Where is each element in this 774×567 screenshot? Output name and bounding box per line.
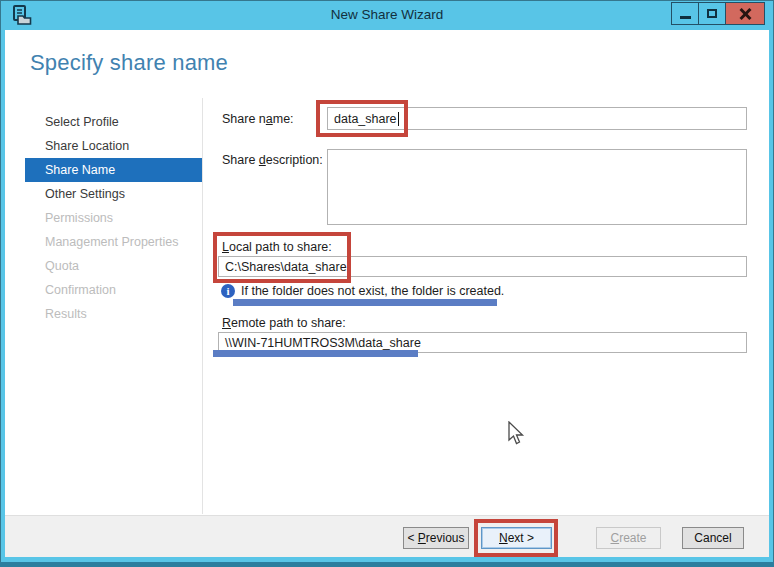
sidebar-item-share-location[interactable]: Share Location [25,134,202,158]
maximize-icon [707,9,717,18]
new-share-wizard-window: New Share Wizard Specify share name Sele… [0,0,774,567]
remote-path-value: \\WIN-71HUMTROS3M\data_share [225,336,421,350]
window-controls [672,2,765,25]
info-icon [221,284,235,298]
sidebar-item-permissions: Permissions [25,206,202,230]
sidebar-item-share-name[interactable]: Share Name [25,158,202,182]
previous-button[interactable]: < Previous [403,527,469,549]
close-button[interactable] [725,2,765,25]
share-description-label: Share description: [222,153,323,167]
annotation-bar-remote-path [213,350,418,357]
minimize-icon [680,16,691,19]
sidebar-divider [202,98,203,514]
annotation-bar-info [233,299,497,306]
sidebar-item-quota: Quota [25,254,202,278]
sidebar-item-select-profile[interactable]: Select Profile [25,110,202,134]
sidebar-item-confirmation: Confirmation [25,278,202,302]
page-title: Specify share name [30,50,228,76]
window-title: New Share Wizard [0,0,774,30]
create-button: Create [596,527,661,549]
wizard-steps-sidebar: Select Profile Share Location Share Name… [25,110,202,326]
share-name-label: Share name: [222,112,294,126]
sidebar-item-results: Results [25,302,202,326]
sidebar-item-management-properties: Management Properties [25,230,202,254]
close-icon [739,8,751,20]
window-bottom-frame [0,562,774,567]
mouse-cursor [506,421,526,451]
annotation-box-next-button [474,519,558,557]
annotation-box-local-path [213,232,351,283]
annotation-box-share-name [316,100,408,137]
minimize-button[interactable] [671,2,699,25]
folder-created-info-text: If the folder does not exist, the folder… [241,284,504,298]
cancel-button[interactable]: Cancel [682,527,744,549]
titlebar: New Share Wizard [0,0,774,30]
sidebar-item-other-settings[interactable]: Other Settings [25,182,202,206]
maximize-button[interactable] [698,2,726,25]
remote-path-label: Remote path to share: [222,316,346,330]
share-description-textarea[interactable] [327,149,747,225]
